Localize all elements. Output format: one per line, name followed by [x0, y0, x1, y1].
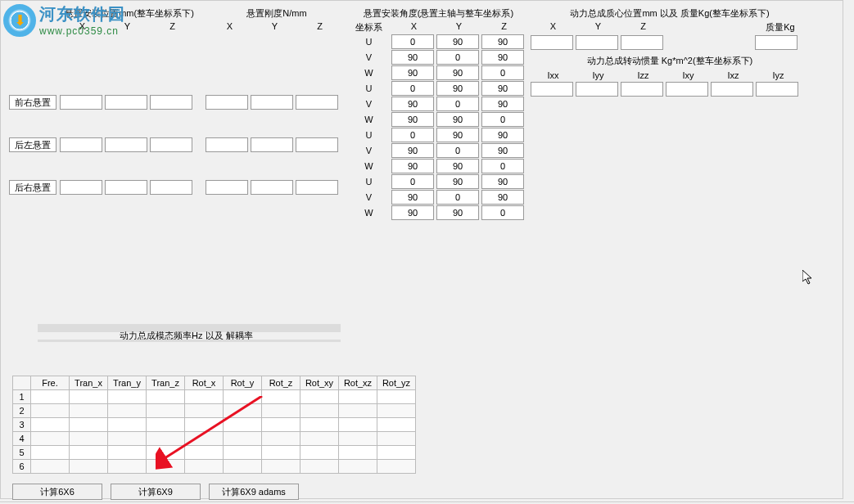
mount-3-stf-y[interactable] — [251, 180, 293, 195]
mount-1-stf-z[interactable] — [296, 95, 338, 110]
cell[interactable] — [185, 418, 224, 432]
mount-2-pos-x[interactable] — [60, 137, 102, 152]
col-tran_y[interactable]: Tran_y — [108, 376, 147, 390]
table-row[interactable]: 1 — [13, 390, 416, 404]
uvw-1-1[interactable] — [436, 50, 479, 65]
cell[interactable] — [224, 404, 262, 418]
cell[interactable] — [377, 418, 416, 432]
cell[interactable] — [108, 404, 147, 418]
cell[interactable] — [31, 418, 70, 432]
cell[interactable] — [224, 446, 262, 460]
uvw-1-0[interactable] — [391, 50, 434, 65]
cell[interactable] — [339, 390, 377, 404]
mount-1-pos-x[interactable] — [60, 95, 102, 110]
col-tran_z[interactable]: Tran_z — [147, 376, 185, 390]
uvw-7-0[interactable] — [391, 143, 434, 158]
cg-y[interactable] — [576, 35, 618, 50]
calc-6x9-button[interactable]: 计算6X9 — [111, 484, 201, 500]
cell[interactable] — [262, 432, 300, 446]
cell[interactable] — [262, 390, 300, 404]
cell[interactable] — [377, 404, 416, 418]
cell[interactable] — [377, 460, 416, 474]
cell[interactable] — [300, 460, 339, 474]
cell[interactable] — [262, 418, 300, 432]
uvw-0-1[interactable] — [436, 34, 479, 49]
cell[interactable] — [185, 390, 224, 404]
cell[interactable] — [31, 432, 70, 446]
uvw-6-1[interactable] — [436, 128, 479, 142]
table-row[interactable]: 4 — [13, 432, 416, 446]
uvw-2-2[interactable] — [481, 65, 524, 80]
izz[interactable] — [621, 82, 663, 97]
cg-z[interactable] — [621, 35, 663, 50]
cell[interactable] — [147, 418, 185, 432]
iyy[interactable] — [576, 82, 618, 97]
cell[interactable] — [300, 404, 339, 418]
mount-3-stf-x[interactable] — [206, 180, 248, 195]
col-rot_xy[interactable]: Rot_xy — [300, 376, 339, 390]
cell[interactable] — [300, 432, 339, 446]
cell[interactable] — [108, 446, 147, 460]
table-row[interactable]: 2 — [13, 404, 416, 418]
uvw-3-2[interactable] — [481, 81, 524, 96]
col-tran_x[interactable]: Tran_x — [70, 376, 108, 390]
col-rot_yz[interactable]: Rot_yz — [377, 376, 416, 390]
mount-1-pos-z[interactable] — [150, 95, 192, 110]
table-row[interactable]: 6 — [13, 460, 416, 474]
mount-2-pos-y[interactable] — [105, 137, 147, 152]
cell[interactable] — [31, 446, 70, 460]
cell[interactable] — [262, 460, 300, 474]
mount-2-stf-z[interactable] — [296, 137, 338, 152]
uvw-5-0[interactable] — [391, 112, 434, 127]
uvw-4-0[interactable] — [391, 97, 434, 111]
cell[interactable] — [300, 418, 339, 432]
cg-x[interactable] — [531, 35, 573, 50]
cell[interactable] — [339, 446, 377, 460]
uvw-5-2[interactable] — [481, 112, 524, 127]
col-rot_xz[interactable]: Rot_xz — [339, 376, 377, 390]
cell[interactable] — [70, 390, 108, 404]
uvw-3-1[interactable] — [436, 81, 479, 96]
ixy[interactable] — [666, 82, 708, 97]
mass-val[interactable] — [755, 35, 798, 50]
uvw-6-2[interactable] — [481, 128, 524, 142]
cell[interactable] — [339, 460, 377, 474]
cell[interactable] — [377, 390, 416, 404]
col-fre.[interactable]: Fre. — [31, 376, 70, 390]
uvw-5-1[interactable] — [436, 112, 479, 127]
cell[interactable] — [300, 390, 339, 404]
cell[interactable] — [147, 432, 185, 446]
cell[interactable] — [224, 460, 262, 474]
mount-1-stf-x[interactable] — [206, 95, 248, 110]
uvw-2-1[interactable] — [436, 65, 479, 80]
cell[interactable] — [339, 418, 377, 432]
cell[interactable] — [31, 404, 70, 418]
mount-3-pos-y[interactable] — [105, 180, 147, 195]
cell[interactable] — [70, 404, 108, 418]
cell[interactable] — [147, 446, 185, 460]
cell[interactable] — [185, 460, 224, 474]
cell[interactable] — [377, 432, 416, 446]
cell[interactable] — [262, 404, 300, 418]
cell[interactable] — [185, 432, 224, 446]
mount-1-pos-y[interactable] — [105, 95, 147, 110]
mount-3-pos-x[interactable] — [60, 180, 102, 195]
mount-2-pos-z[interactable] — [150, 137, 192, 152]
mount-3-pos-z[interactable] — [150, 180, 192, 195]
uvw-1-2[interactable] — [481, 50, 524, 65]
cell[interactable] — [108, 432, 147, 446]
cell[interactable] — [185, 404, 224, 418]
uvw-10-0[interactable] — [391, 190, 434, 205]
uvw-4-2[interactable] — [481, 97, 524, 111]
col-rot_z[interactable]: Rot_z — [262, 376, 300, 390]
uvw-0-2[interactable] — [481, 34, 524, 49]
cell[interactable] — [339, 432, 377, 446]
uvw-10-1[interactable] — [436, 190, 479, 205]
table-row[interactable]: 5 — [13, 446, 416, 460]
mount-2-stf-y[interactable] — [251, 137, 293, 152]
uvw-9-0[interactable] — [391, 174, 434, 189]
mount-1-stf-y[interactable] — [251, 95, 293, 110]
uvw-8-1[interactable] — [436, 159, 479, 173]
cell[interactable] — [224, 418, 262, 432]
calc-6x6-button[interactable]: 计算6X6 — [12, 484, 102, 500]
